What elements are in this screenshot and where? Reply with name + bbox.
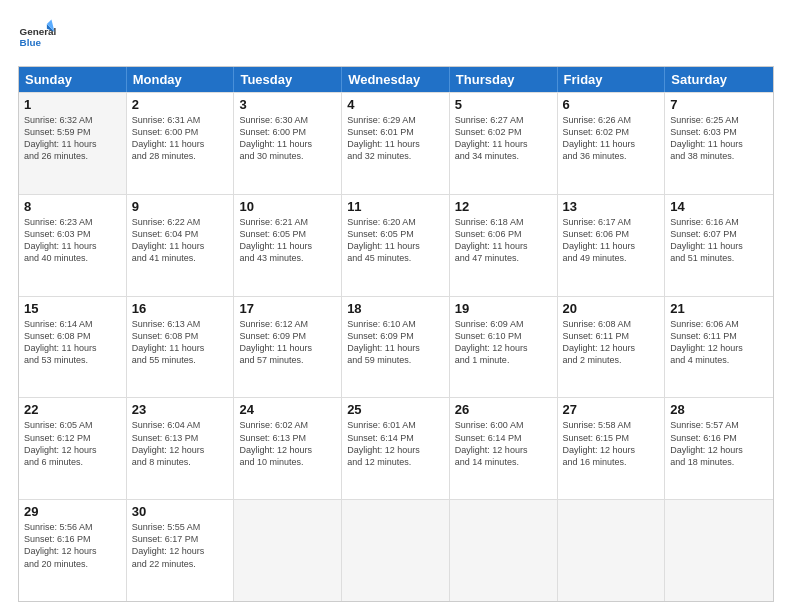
logo: General Blue [18,18,60,56]
day-info: Sunrise: 6:17 AM Sunset: 6:06 PM Dayligh… [563,216,660,265]
calendar-cell: 10Sunrise: 6:21 AM Sunset: 6:05 PM Dayli… [234,195,342,296]
day-info: Sunrise: 6:13 AM Sunset: 6:08 PM Dayligh… [132,318,229,367]
calendar-cell: 25Sunrise: 6:01 AM Sunset: 6:14 PM Dayli… [342,398,450,499]
day-number: 11 [347,199,444,214]
calendar-cell: 22Sunrise: 6:05 AM Sunset: 6:12 PM Dayli… [19,398,127,499]
calendar-cell: 15Sunrise: 6:14 AM Sunset: 6:08 PM Dayli… [19,297,127,398]
day-info: Sunrise: 6:02 AM Sunset: 6:13 PM Dayligh… [239,419,336,468]
calendar-week-0: 1Sunrise: 6:32 AM Sunset: 5:59 PM Daylig… [19,92,773,194]
day-number: 20 [563,301,660,316]
calendar-week-1: 8Sunrise: 6:23 AM Sunset: 6:03 PM Daylig… [19,194,773,296]
calendar-cell: 2Sunrise: 6:31 AM Sunset: 6:00 PM Daylig… [127,93,235,194]
day-info: Sunrise: 6:29 AM Sunset: 6:01 PM Dayligh… [347,114,444,163]
calendar-cell: 13Sunrise: 6:17 AM Sunset: 6:06 PM Dayli… [558,195,666,296]
day-number: 13 [563,199,660,214]
day-number: 18 [347,301,444,316]
header-day-friday: Friday [558,67,666,92]
day-number: 6 [563,97,660,112]
calendar-header: SundayMondayTuesdayWednesdayThursdayFrid… [19,67,773,92]
calendar-cell: 9Sunrise: 6:22 AM Sunset: 6:04 PM Daylig… [127,195,235,296]
day-number: 17 [239,301,336,316]
calendar-cell [450,500,558,601]
header-day-saturday: Saturday [665,67,773,92]
day-number: 28 [670,402,768,417]
day-number: 3 [239,97,336,112]
day-info: Sunrise: 6:04 AM Sunset: 6:13 PM Dayligh… [132,419,229,468]
day-number: 24 [239,402,336,417]
day-info: Sunrise: 6:05 AM Sunset: 6:12 PM Dayligh… [24,419,121,468]
calendar-cell: 4Sunrise: 6:29 AM Sunset: 6:01 PM Daylig… [342,93,450,194]
calendar-cell: 8Sunrise: 6:23 AM Sunset: 6:03 PM Daylig… [19,195,127,296]
day-info: Sunrise: 6:32 AM Sunset: 5:59 PM Dayligh… [24,114,121,163]
day-number: 15 [24,301,121,316]
header: General Blue [18,18,774,56]
calendar-body: 1Sunrise: 6:32 AM Sunset: 5:59 PM Daylig… [19,92,773,601]
calendar-cell: 27Sunrise: 5:58 AM Sunset: 6:15 PM Dayli… [558,398,666,499]
day-info: Sunrise: 6:16 AM Sunset: 6:07 PM Dayligh… [670,216,768,265]
day-info: Sunrise: 6:01 AM Sunset: 6:14 PM Dayligh… [347,419,444,468]
day-number: 5 [455,97,552,112]
day-info: Sunrise: 6:21 AM Sunset: 6:05 PM Dayligh… [239,216,336,265]
day-info: Sunrise: 6:31 AM Sunset: 6:00 PM Dayligh… [132,114,229,163]
calendar-cell: 12Sunrise: 6:18 AM Sunset: 6:06 PM Dayli… [450,195,558,296]
day-number: 8 [24,199,121,214]
calendar-week-4: 29Sunrise: 5:56 AM Sunset: 6:16 PM Dayli… [19,499,773,601]
day-info: Sunrise: 6:26 AM Sunset: 6:02 PM Dayligh… [563,114,660,163]
day-number: 1 [24,97,121,112]
day-info: Sunrise: 6:23 AM Sunset: 6:03 PM Dayligh… [24,216,121,265]
header-day-sunday: Sunday [19,67,127,92]
calendar-week-3: 22Sunrise: 6:05 AM Sunset: 6:12 PM Dayli… [19,397,773,499]
day-info: Sunrise: 6:00 AM Sunset: 6:14 PM Dayligh… [455,419,552,468]
logo-icon: General Blue [18,18,56,56]
day-info: Sunrise: 5:56 AM Sunset: 6:16 PM Dayligh… [24,521,121,570]
calendar-cell [342,500,450,601]
calendar-cell: 30Sunrise: 5:55 AM Sunset: 6:17 PM Dayli… [127,500,235,601]
calendar-cell: 29Sunrise: 5:56 AM Sunset: 6:16 PM Dayli… [19,500,127,601]
day-number: 16 [132,301,229,316]
day-info: Sunrise: 6:06 AM Sunset: 6:11 PM Dayligh… [670,318,768,367]
day-info: Sunrise: 6:10 AM Sunset: 6:09 PM Dayligh… [347,318,444,367]
day-number: 9 [132,199,229,214]
calendar-cell [665,500,773,601]
calendar-cell [558,500,666,601]
day-number: 25 [347,402,444,417]
header-day-monday: Monday [127,67,235,92]
day-number: 29 [24,504,121,519]
day-info: Sunrise: 5:58 AM Sunset: 6:15 PM Dayligh… [563,419,660,468]
calendar-cell: 3Sunrise: 6:30 AM Sunset: 6:00 PM Daylig… [234,93,342,194]
calendar-cell: 7Sunrise: 6:25 AM Sunset: 6:03 PM Daylig… [665,93,773,194]
calendar-cell: 21Sunrise: 6:06 AM Sunset: 6:11 PM Dayli… [665,297,773,398]
day-number: 30 [132,504,229,519]
day-info: Sunrise: 6:30 AM Sunset: 6:00 PM Dayligh… [239,114,336,163]
calendar-cell: 28Sunrise: 5:57 AM Sunset: 6:16 PM Dayli… [665,398,773,499]
day-number: 4 [347,97,444,112]
calendar-cell: 24Sunrise: 6:02 AM Sunset: 6:13 PM Dayli… [234,398,342,499]
calendar-cell: 11Sunrise: 6:20 AM Sunset: 6:05 PM Dayli… [342,195,450,296]
day-number: 26 [455,402,552,417]
calendar-cell: 17Sunrise: 6:12 AM Sunset: 6:09 PM Dayli… [234,297,342,398]
calendar-cell: 6Sunrise: 6:26 AM Sunset: 6:02 PM Daylig… [558,93,666,194]
calendar-cell: 20Sunrise: 6:08 AM Sunset: 6:11 PM Dayli… [558,297,666,398]
day-info: Sunrise: 6:20 AM Sunset: 6:05 PM Dayligh… [347,216,444,265]
day-info: Sunrise: 5:57 AM Sunset: 6:16 PM Dayligh… [670,419,768,468]
calendar: SundayMondayTuesdayWednesdayThursdayFrid… [18,66,774,602]
calendar-cell: 23Sunrise: 6:04 AM Sunset: 6:13 PM Dayli… [127,398,235,499]
day-number: 10 [239,199,336,214]
svg-text:Blue: Blue [20,37,42,48]
day-number: 14 [670,199,768,214]
calendar-cell: 1Sunrise: 6:32 AM Sunset: 5:59 PM Daylig… [19,93,127,194]
calendar-cell: 5Sunrise: 6:27 AM Sunset: 6:02 PM Daylig… [450,93,558,194]
day-number: 27 [563,402,660,417]
calendar-cell: 19Sunrise: 6:09 AM Sunset: 6:10 PM Dayli… [450,297,558,398]
day-number: 21 [670,301,768,316]
day-info: Sunrise: 6:22 AM Sunset: 6:04 PM Dayligh… [132,216,229,265]
calendar-cell: 26Sunrise: 6:00 AM Sunset: 6:14 PM Dayli… [450,398,558,499]
page: General Blue SundayMondayTuesdayWednesda… [0,0,792,612]
calendar-cell: 18Sunrise: 6:10 AM Sunset: 6:09 PM Dayli… [342,297,450,398]
day-number: 19 [455,301,552,316]
header-day-wednesday: Wednesday [342,67,450,92]
calendar-cell: 16Sunrise: 6:13 AM Sunset: 6:08 PM Dayli… [127,297,235,398]
day-info: Sunrise: 6:09 AM Sunset: 6:10 PM Dayligh… [455,318,552,367]
day-number: 23 [132,402,229,417]
day-number: 7 [670,97,768,112]
